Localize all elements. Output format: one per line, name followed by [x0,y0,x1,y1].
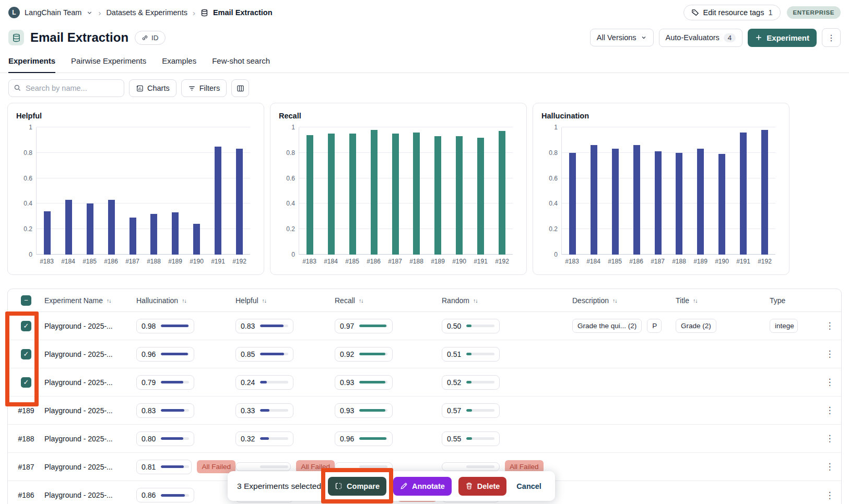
chart-bar [150,214,157,255]
table-row[interactable]: #189Playground - 2025-...0.830.330.930.5… [8,397,841,425]
sort-icon[interactable]: ↑↓ [359,297,363,304]
column-header-recall[interactable]: Recall↑↓ [335,296,442,305]
select-all-checkbox[interactable]: − [21,295,31,306]
table-row[interactable]: ✓Playground - 2025-...0.980.830.970.50Gr… [8,312,841,340]
compare-button[interactable]: Compare [328,477,386,496]
breadcrumb-separator: › [192,8,196,17]
chart-xtick: #187 [384,258,406,265]
metric-pill [235,462,291,471]
chevron-down-icon[interactable] [86,9,93,16]
cell-random: 0.55 [442,431,572,446]
more-options-button[interactable]: ⋮ [822,28,841,47]
cancel-button[interactable]: Cancel [513,477,545,496]
cell-hallucination: 0.96 [136,347,235,362]
column-header-type[interactable]: Type [770,296,819,305]
chart-bar [129,218,136,255]
auto-evaluators-button[interactable]: Auto-Evaluators 4 [659,29,743,47]
sort-icon[interactable]: ↑↓ [182,297,186,304]
metric-bar [260,465,288,468]
experiment-name[interactable]: Playground - 2025-... [44,435,136,443]
chart-bar-slot [449,127,470,255]
kebab-icon[interactable]: ⋮ [822,349,838,359]
row-checkbox[interactable]: ✓ [21,377,31,388]
metric-pill: 0.93 [335,375,393,390]
new-experiment-button[interactable]: Experiment [748,29,817,47]
metric-value: 0.52 [447,378,463,387]
chevron-down-icon [641,34,647,41]
metric-bar [359,437,387,440]
row-checkbox[interactable]: ✓ [21,321,31,331]
search-input[interactable] [8,79,124,97]
versions-select[interactable]: All Versions [590,29,654,46]
sort-icon[interactable]: ↑↓ [107,297,111,304]
breadcrumb-section[interactable]: Datasets & Experiments [106,8,187,17]
cell-recall: 0.96 [335,431,442,446]
metric-bar [466,437,494,440]
table-row[interactable]: ✓Playground - 2025-...0.790.240.930.52⋮ [8,368,841,397]
edit-resource-tags-button[interactable]: Edit resource tags 1 [683,5,781,20]
kebab-icon[interactable]: ⋮ [822,490,838,501]
chart-bar-slot [122,127,144,255]
charts-button[interactable]: Charts [129,79,176,97]
metric-value: 0.79 [142,378,157,387]
chart-xtick: #183 [36,258,57,265]
chart-ytick: 0.8 [286,149,295,157]
tab-few-shot-search[interactable]: Few-shot search [212,56,270,73]
metric-value: 0.86 [142,491,157,499]
columns-button[interactable] [231,79,249,97]
column-header-description[interactable]: Description↑↓ [572,296,676,305]
experiment-name[interactable]: Playground - 2025-... [44,378,136,387]
cell-recall: 0.93 [335,375,442,390]
kebab-icon[interactable]: ⋮ [822,433,838,444]
copy-id-button[interactable]: ID [135,31,166,45]
experiment-name[interactable]: Playground - 2025-... [44,406,136,415]
experiment-name[interactable]: Playground - 2025-... [44,491,136,499]
chart-xtick: #187 [647,258,668,265]
column-header-hallucination[interactable]: Hallucination↑↓ [136,296,235,305]
metric-bar [466,409,494,412]
delete-button[interactable]: Delete [458,477,507,496]
column-header-random[interactable]: Random↑↓ [442,296,572,305]
sort-icon[interactable]: ↑↓ [473,297,478,304]
row-checkbox[interactable]: ✓ [21,349,31,359]
trash-icon [465,482,473,490]
metric-value: 0.33 [241,406,256,415]
charts-row: Helpful00.20.40.60.81#183#184#185#186#18… [7,103,842,275]
experiment-name[interactable]: Playground - 2025-... [44,350,136,358]
page-title: Email Extraction [30,30,128,45]
sort-icon[interactable]: ↑↓ [612,297,617,304]
metric-pill: 0.86 [136,488,194,502]
metric-pill: 0.83 [136,403,194,418]
table-row[interactable]: ✓Playground - 2025-...0.960.850.920.51⋮ [8,340,841,368]
tab-pairwise-experiments[interactable]: Pairwise Experiments [71,56,146,73]
kebab-icon[interactable]: ⋮ [822,320,838,331]
kebab-icon[interactable]: ⋮ [822,461,838,472]
experiment-name[interactable]: Playground - 2025-... [44,463,136,471]
search-wrap [8,79,124,97]
row-menu-cell: ⋮ [819,433,840,444]
sort-icon[interactable]: ↑↓ [262,297,267,304]
annotate-button[interactable]: Annotate [393,477,452,496]
toolbar: Charts Filters [8,79,841,97]
kebab-icon[interactable]: ⋮ [822,405,838,416]
metric-pill [442,462,500,471]
table-row[interactable]: #188Playground - 2025-...0.800.320.960.5… [8,425,841,453]
chart-card-recall: Recall00.20.40.60.81#183#184#185#186#187… [270,103,527,275]
sort-icon[interactable]: ↑↓ [693,297,698,304]
filters-button[interactable]: Filters [181,79,227,97]
metric-value: 0.83 [142,406,157,415]
tab-experiments[interactable]: Experiments [8,56,55,73]
column-header-experiment-name[interactable]: Experiment Name↑↓ [44,296,136,305]
row-menu-cell: ⋮ [819,349,840,359]
experiment-name[interactable]: Playground - 2025-... [44,322,136,330]
breadcrumb-team[interactable]: LangChain Team [25,8,81,17]
tab-examples[interactable]: Examples [162,56,196,73]
chart-bar [718,154,725,255]
chart-bar [761,130,768,255]
metric-bar [161,437,189,440]
row-menu-cell: ⋮ [819,461,840,472]
kebab-icon[interactable]: ⋮ [822,377,838,388]
column-header-helpful[interactable]: Helpful↑↓ [235,296,335,305]
cell-random: 0.50 [442,319,572,333]
column-header-title[interactable]: Title↑↓ [676,296,770,305]
